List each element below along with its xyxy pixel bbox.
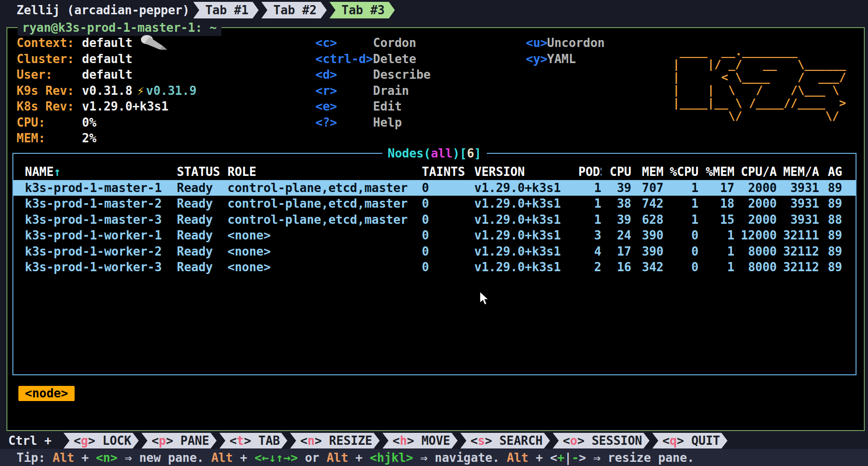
- upgrade-version: v0.31.9: [146, 83, 197, 99]
- k9s-cluster-info: Context:defaultCluster:defaultUser:defau…: [17, 35, 197, 146]
- cell-taints: 0: [422, 180, 474, 196]
- node-breadcrumb[interactable]: <node>: [18, 386, 75, 401]
- cell-mema: 32111: [777, 227, 819, 244]
- column-header-mema[interactable]: MEM/A: [777, 164, 819, 180]
- cell-cpua: 12000: [734, 227, 777, 244]
- info-value: default: [82, 35, 133, 51]
- cell-role: control-plane,etcd,master: [227, 180, 422, 196]
- hotkey-edit: <e>Edit: [315, 99, 431, 115]
- column-header-pods[interactable]: PODS: [578, 164, 601, 180]
- table-row[interactable]: k3s-prod-1-worker-1Ready<none>0v1.29.0+k…: [13, 227, 856, 244]
- cell-age: 89: [819, 259, 842, 275]
- zellij-tip-bar: Tip: Alt + <n> ⇒ new pane. Alt + <←↓↑→> …: [0, 449, 868, 466]
- column-header-cpu[interactable]: CPU: [601, 164, 631, 180]
- cell-pods: 1: [578, 212, 601, 228]
- keybind-key: g: [81, 434, 88, 448]
- info-value: default: [82, 67, 133, 83]
- tab-bar: Tab #1Tab #2Tab #3: [193, 2, 395, 18]
- hotkey-delete: <ctrl-d>Delete: [315, 51, 431, 67]
- cell-cpu: 39: [601, 212, 631, 228]
- tip-segment: +: [233, 451, 255, 465]
- keybind-lock[interactable]: <g> LOCK: [64, 433, 139, 449]
- keybind-move[interactable]: <h> MOVE: [383, 433, 458, 449]
- k9s-hotkeys-column-1: <c>Cordon<ctrl-d>Delete<d>Describe<r>Dra…: [315, 35, 431, 130]
- cell-status: Ready: [177, 196, 227, 212]
- keybind-quit[interactable]: <q> QUIT: [652, 433, 728, 449]
- table-row[interactable]: k3s-prod-1-worker-3Ready<none>0v1.29.0+k…: [13, 259, 856, 275]
- tip-segment: +: [529, 451, 550, 465]
- hotkey-uncordon: <u>Uncordon: [526, 35, 605, 51]
- hotkey-help: <?>Help: [315, 115, 431, 131]
- ctrl-prefix: Ctrl +: [8, 434, 52, 448]
- table-header-row: NAME↑STATUSROLETAINTSVERSIONPODSCPUMEM%C…: [13, 164, 856, 180]
- info-value: default: [82, 51, 133, 67]
- hotkey-key: <d>: [315, 67, 373, 83]
- column-header-taints[interactable]: TAINTS: [422, 164, 474, 180]
- keybind-tab[interactable]: <t> TAB: [219, 433, 287, 449]
- keybind-session[interactable]: <o> SESSION: [553, 433, 649, 449]
- cell-age: 89: [819, 244, 842, 260]
- cell-cpua: 8000: [734, 244, 777, 260]
- cell-age: 89: [819, 196, 842, 212]
- cell-name: k3s-prod-1-worker-2: [25, 244, 177, 260]
- tab-tab-3[interactable]: Tab #3: [330, 2, 395, 18]
- cell-mema: 32112: [777, 244, 819, 260]
- cell-pcpu: 1: [664, 212, 699, 228]
- hotkey-key: <ctrl-d>: [315, 51, 373, 67]
- tip-segment: ⇒ new pane.: [117, 451, 211, 465]
- tip-segment: +: [74, 451, 96, 465]
- info-row-cpu: CPU:0%: [17, 115, 197, 131]
- cell-taints: 0: [422, 196, 474, 212]
- cell-mema: 3931: [777, 212, 819, 228]
- hotkey-key: <e>: [315, 99, 373, 115]
- cell-taints: 0: [422, 259, 474, 275]
- cell-cpua: 8000: [734, 259, 777, 275]
- cell-role: control-plane,etcd,master: [227, 196, 422, 212]
- keybind-key: n: [308, 434, 315, 448]
- table-row[interactable]: k3s-prod-1-master-1Readycontrol-plane,et…: [13, 180, 856, 196]
- tip-segment: Alt: [52, 451, 74, 465]
- hotkey-describe: <d>Describe: [315, 67, 431, 83]
- cell-mema: 3931: [777, 196, 819, 212]
- cell-status: Ready: [177, 259, 227, 275]
- tab-tab-2[interactable]: Tab #2: [262, 2, 327, 18]
- pane-title: ryan@k3s-prod-1-master-1: ~: [17, 19, 221, 36]
- table-row[interactable]: k3s-prod-1-master-2Readycontrol-plane,et…: [13, 196, 856, 212]
- cell-role: <none>: [227, 259, 422, 275]
- table-row[interactable]: k3s-prod-1-master-3Readycontrol-plane,et…: [13, 212, 856, 228]
- column-header-ag[interactable]: AG: [819, 164, 842, 180]
- column-header-cpua[interactable]: CPU/A: [734, 164, 777, 180]
- table-row[interactable]: k3s-prod-1-worker-2Ready<none>0v1.29.0+k…: [13, 244, 856, 260]
- cell-taints: 0: [422, 244, 474, 260]
- tab-tab-1[interactable]: Tab #1: [193, 2, 259, 18]
- tip-segment: |: [565, 451, 572, 465]
- column-header-mem[interactable]: %MEM: [699, 164, 734, 180]
- tip-segment: <: [550, 451, 557, 465]
- column-header-role[interactable]: ROLE: [227, 164, 422, 180]
- keybind-search[interactable]: <s> SEARCH: [460, 433, 550, 449]
- hotkey-key: <?>: [315, 115, 373, 131]
- cell-pods: 1: [578, 196, 601, 212]
- cell-pmem: 15: [699, 212, 734, 228]
- keybind-pane[interactable]: <p> PANE: [141, 433, 216, 449]
- cell-name: k3s-prod-1-master-1: [25, 180, 177, 196]
- column-header-version[interactable]: VERSION: [474, 164, 578, 180]
- keybind-key: q: [670, 434, 677, 448]
- info-label: User:: [17, 67, 82, 83]
- keybind-resize[interactable]: <n> RESIZE: [290, 433, 380, 449]
- hotkey-yaml: <y>YAML: [526, 51, 605, 67]
- hotkey-key: <u>: [526, 35, 547, 51]
- cell-version: v1.29.0+k3s1: [474, 227, 578, 244]
- cell-status: Ready: [177, 244, 227, 260]
- column-header-status[interactable]: STATUS: [177, 164, 227, 180]
- column-header-mem[interactable]: MEM: [631, 164, 664, 180]
- cell-pmem: 17: [699, 180, 734, 196]
- hotkey-label: Drain: [373, 83, 409, 99]
- cell-age: 88: [819, 212, 842, 228]
- column-header-cpu[interactable]: %CPU: [664, 164, 699, 180]
- cell-version: v1.29.0+k3s1: [474, 259, 578, 275]
- info-row-user: User:default: [17, 67, 197, 83]
- cell-pods: 1: [578, 180, 601, 196]
- column-header-name[interactable]: NAME↑: [25, 164, 177, 180]
- info-row-context: Context:default: [17, 35, 197, 51]
